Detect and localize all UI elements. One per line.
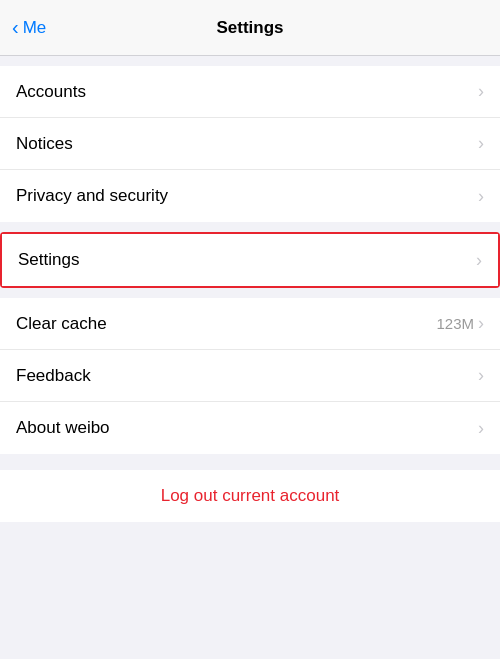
clear-cache-right: 123M › — [436, 313, 484, 334]
clear-cache-value: 123M — [436, 315, 474, 332]
settings-group-3: Clear cache 123M › Feedback › About weib… — [0, 298, 500, 454]
menu-item-clear-cache[interactable]: Clear cache 123M › — [0, 298, 500, 350]
settings-label: Settings — [18, 250, 79, 270]
page-title: Settings — [216, 18, 283, 38]
logout-label: Log out current account — [161, 486, 340, 506]
chevron-right-icon: › — [478, 81, 484, 102]
about-right: › — [478, 418, 484, 439]
settings-group-1: Accounts › Notices › Privacy and securit… — [0, 66, 500, 222]
feedback-right: › — [478, 365, 484, 386]
settings-group-2-highlighted: Settings › — [0, 232, 500, 288]
logout-section[interactable]: Log out current account — [0, 470, 500, 522]
chevron-right-icon: › — [476, 250, 482, 271]
privacy-right: › — [478, 186, 484, 207]
menu-item-about[interactable]: About weibo › — [0, 402, 500, 454]
menu-item-accounts[interactable]: Accounts › — [0, 66, 500, 118]
chevron-right-icon: › — [478, 418, 484, 439]
chevron-right-icon: › — [478, 186, 484, 207]
back-label: Me — [23, 18, 47, 38]
chevron-right-icon: › — [478, 133, 484, 154]
privacy-label: Privacy and security — [16, 186, 168, 206]
menu-item-privacy[interactable]: Privacy and security › — [0, 170, 500, 222]
feedback-label: Feedback — [16, 366, 91, 386]
clear-cache-label: Clear cache — [16, 314, 107, 334]
notices-label: Notices — [16, 134, 73, 154]
menu-item-notices[interactable]: Notices › — [0, 118, 500, 170]
chevron-right-icon: › — [478, 313, 484, 334]
accounts-label: Accounts — [16, 82, 86, 102]
menu-item-settings[interactable]: Settings › — [2, 234, 498, 286]
chevron-left-icon: ‹ — [12, 16, 19, 39]
nav-bar: ‹ Me Settings — [0, 0, 500, 56]
accounts-right: › — [478, 81, 484, 102]
back-button[interactable]: ‹ Me — [12, 16, 46, 39]
notices-right: › — [478, 133, 484, 154]
chevron-right-icon: › — [478, 365, 484, 386]
menu-item-feedback[interactable]: Feedback › — [0, 350, 500, 402]
about-label: About weibo — [16, 418, 110, 438]
settings-right: › — [476, 250, 482, 271]
